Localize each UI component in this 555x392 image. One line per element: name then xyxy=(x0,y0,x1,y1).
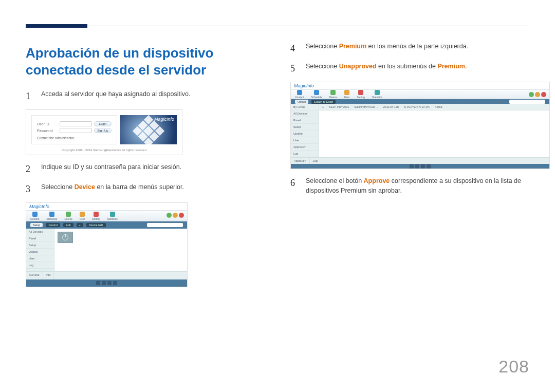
user-id-field[interactable] xyxy=(60,121,92,126)
search-input[interactable] xyxy=(509,100,545,104)
setting-icon xyxy=(94,212,99,217)
header-rule xyxy=(26,26,529,26)
step-number: 1 xyxy=(26,89,34,103)
content-icon xyxy=(32,212,38,217)
subbar-button[interactable]: Device Edit xyxy=(86,223,106,227)
search-input[interactable] xyxy=(147,223,183,227)
max-icon[interactable] xyxy=(173,213,178,218)
login-button[interactable]: Login xyxy=(94,121,112,126)
toolbar-item[interactable]: Content xyxy=(30,212,40,220)
sidebar-item[interactable]: Setup xyxy=(291,124,319,130)
app-footer xyxy=(26,279,187,287)
sidebar-item[interactable]: Update xyxy=(291,130,319,137)
login-copyright: Copyright 2009 - 2013 SamsungElectronics… xyxy=(31,148,177,152)
close-icon[interactable] xyxy=(541,92,546,97)
sidebar-item[interactable]: User xyxy=(291,137,319,144)
step-number: 6 xyxy=(290,176,299,196)
toolbar-item[interactable]: Device xyxy=(329,90,337,99)
left-column: Aprobación de un dispositivo conectado d… xyxy=(26,35,265,294)
step-2: 2 Indique su ID y su contraseña para ini… xyxy=(26,162,265,176)
toolbar-item[interactable]: Statistics xyxy=(372,90,382,99)
sidebar-item[interactable]: By Group xyxy=(291,104,319,110)
setting-icon xyxy=(358,90,363,95)
contact-admin-link[interactable]: Contact the administrator xyxy=(37,136,112,140)
app-sidebar: All Devices Panel Setup Update User Log xyxy=(26,229,54,271)
toolbar-item[interactable]: Setting xyxy=(92,212,100,220)
sidebar-item[interactable]: Panel xyxy=(291,117,319,124)
keyword: Approve xyxy=(364,177,390,184)
keyword: Premium xyxy=(339,43,367,50)
sidebar-item[interactable]: Panel xyxy=(26,235,54,242)
sidebar-item[interactable]: All Devices xyxy=(291,110,319,117)
sidebar-item[interactable]: All Devices xyxy=(26,229,54,235)
max-icon[interactable] xyxy=(535,92,540,97)
app-sidebar: By Group All Devices Panel Setup Update … xyxy=(291,104,319,157)
sidebar-item[interactable]: Setup xyxy=(26,242,54,249)
app-subbar: Setup Control Edit + Device Edit xyxy=(26,221,187,229)
subbar-button[interactable]: Edit xyxy=(63,223,73,227)
step-number: 5 xyxy=(290,62,299,76)
toolbar-item[interactable]: User xyxy=(344,90,350,99)
user-icon xyxy=(80,212,85,217)
login-brand-panel: MagicInfo xyxy=(120,115,177,144)
right-column: 4 Seleccione Premium en los menús de la … xyxy=(290,35,529,294)
min-icon[interactable] xyxy=(529,92,534,97)
step-5: 5 Seleccione Unapproved en los submenús … xyxy=(290,62,529,76)
app-toolbar: Content Schedule Device User Setting Sta… xyxy=(26,210,187,221)
window-controls xyxy=(529,92,546,97)
statistics-icon xyxy=(110,212,115,217)
content-icon xyxy=(297,90,302,95)
table-row[interactable]: 1 SELP-PRY2001 kJDPIntfMYnCD ... 2011.04… xyxy=(319,104,549,110)
toolbar-item[interactable]: User xyxy=(80,212,85,220)
app-footer xyxy=(291,164,549,169)
bottom-panel: Generalinfo xyxy=(26,271,187,279)
sidebar-item[interactable]: Log xyxy=(291,151,319,157)
step-number: 3 xyxy=(26,182,34,196)
step-3: 3 Seleccione Device en la barra de menús… xyxy=(26,182,265,196)
subbar-button[interactable]: Export to Excel xyxy=(311,100,336,104)
step-number: 2 xyxy=(26,162,34,176)
toolbar-item[interactable]: Setting xyxy=(357,90,365,99)
close-icon[interactable] xyxy=(179,213,184,218)
keyword: Device xyxy=(75,183,95,191)
sidebar-item[interactable]: User xyxy=(26,255,54,262)
app-main: 1 SELP-PRY2001 kJDPIntfMYnCD ... 2011.04… xyxy=(319,104,549,157)
page-number: 208 xyxy=(498,357,529,377)
toolbar-item[interactable]: Schedule xyxy=(47,212,58,220)
login-form: User ID Login Password Sign Up Contact t… xyxy=(31,115,117,144)
power-icon xyxy=(62,234,68,240)
sidebar-item[interactable]: Approve? xyxy=(291,144,319,151)
step-text: Seleccione Unapproved en los submenús de… xyxy=(306,62,529,76)
subbar-button[interactable]: Setup xyxy=(30,223,43,227)
app-logo: MagicInfo xyxy=(26,203,187,210)
keyword: Premium xyxy=(437,63,465,70)
toolbar-item[interactable]: Device xyxy=(64,212,72,220)
signup-button[interactable]: Sign Up xyxy=(94,128,112,133)
user-icon xyxy=(344,90,349,95)
step-text: Acceda al servidor que haya asignado al … xyxy=(41,89,265,103)
toolbar-item[interactable]: Content xyxy=(295,90,304,99)
schedule-icon xyxy=(49,212,54,217)
min-icon[interactable] xyxy=(166,213,172,218)
step-1: 1 Acceda al servidor que haya asignado a… xyxy=(26,89,265,103)
step-text: Seleccione Premium en los menús de la pa… xyxy=(306,42,529,55)
window-controls xyxy=(166,213,184,218)
subbar-button[interactable]: Control xyxy=(46,223,60,227)
step-text: Seleccione Device en la barra de menús s… xyxy=(41,182,265,196)
toolbar-item[interactable]: Statistics xyxy=(107,212,118,220)
password-field[interactable] xyxy=(60,128,92,133)
step-6: 6 Seleccione el botón Approve correspond… xyxy=(290,176,529,196)
step-number: 4 xyxy=(290,42,299,55)
screenshot-login: User ID Login Password Sign Up Contact t… xyxy=(26,109,182,155)
sidebar-item[interactable]: Update xyxy=(26,249,54,255)
sidebar-item[interactable]: Log xyxy=(26,262,54,269)
step-text: Seleccione el botón Approve correspondie… xyxy=(306,176,529,196)
toolbar-item[interactable]: Schedule xyxy=(311,90,322,99)
device-tile[interactable] xyxy=(58,232,73,243)
screenshot-premium-unapproved: MagicInfo Content Schedule Device User S… xyxy=(290,82,550,169)
subbar-button[interactable]: + xyxy=(77,223,83,227)
subbar-button[interactable]: Option xyxy=(295,100,308,104)
keyword: Unapproved xyxy=(339,63,377,70)
user-id-label: User ID xyxy=(37,122,58,126)
section-title: Aprobación de un dispositivo conectado d… xyxy=(26,45,265,78)
